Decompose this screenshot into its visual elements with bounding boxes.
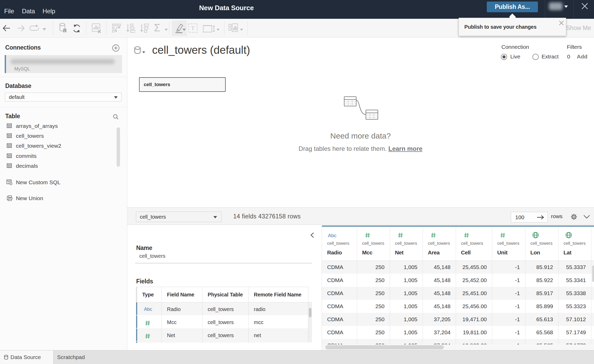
svg-text:T: T <box>191 25 195 31</box>
